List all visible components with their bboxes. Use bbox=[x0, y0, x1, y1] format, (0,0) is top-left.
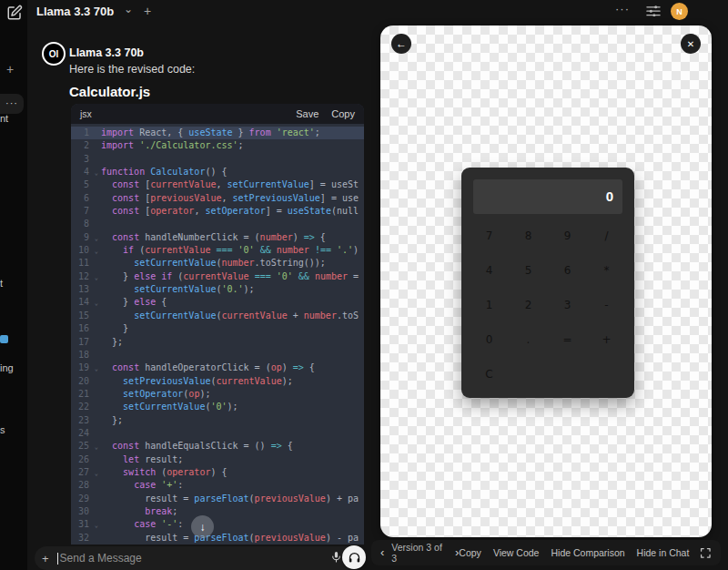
code-line: 9⌄ const handleNumberClick = (number) =>… bbox=[71, 231, 364, 244]
code-line: 15 setCurrentValue(currentValue + number… bbox=[71, 310, 364, 322]
code-block-header: jsx Save Copy bbox=[71, 104, 364, 124]
calc-key-3[interactable]: 3 bbox=[548, 288, 587, 322]
more-options-icon[interactable]: ··· bbox=[615, 2, 630, 15]
code-line: 5 const [currentValue, setCurrentValue] … bbox=[71, 178, 364, 191]
code-line: 3 bbox=[71, 153, 364, 166]
model-selector[interactable]: Llama 3.3 70b bbox=[36, 5, 114, 18]
calc-key-empty bbox=[509, 357, 548, 392]
preview-actions: CopyView CodeHide ComparisonHide in Chat bbox=[459, 547, 689, 558]
code-lines: 1import React, { useState } from 'react'… bbox=[71, 124, 364, 545]
calculator-widget: 0 789/456*123-0.=+C bbox=[461, 168, 634, 398]
code-line: 32 result = parseFloat(previousValue) - … bbox=[71, 532, 364, 545]
text-caret bbox=[57, 553, 58, 565]
calc-key-0[interactable]: 0 bbox=[470, 322, 509, 357]
code-line: 31⌄ case '-': bbox=[71, 518, 364, 531]
code-line: 18 bbox=[71, 349, 364, 361]
preview-action-hide-comparison[interactable]: Hide Comparison bbox=[551, 547, 624, 558]
calc-keys: 789/456*123-0.=+C bbox=[470, 219, 626, 392]
code-line: 29 result = parseFloat(previousValue) + … bbox=[71, 493, 364, 505]
calc-key-empty bbox=[587, 357, 626, 392]
code-line: 21 setOperator(op); bbox=[71, 388, 364, 401]
code-line: 14⌄ } else { bbox=[71, 296, 364, 309]
chat-area: Ol Llama 3.3 70b Here is the revised cod… bbox=[27, 24, 364, 570]
calculator-display: 0 bbox=[473, 179, 622, 214]
code-line: 28 case '+': bbox=[71, 479, 364, 492]
top-bar: Llama 3.3 70b ⌄ + ··· N bbox=[27, 0, 728, 24]
code-line: 20 setPreviousValue(currentValue); bbox=[71, 375, 364, 388]
copy-button[interactable]: Copy bbox=[331, 108, 355, 119]
sidebar-item-fragment[interactable]: t bbox=[0, 278, 3, 289]
message-input[interactable]: Send a Message bbox=[60, 552, 330, 565]
calc-key-5[interactable]: 5 bbox=[509, 253, 548, 288]
code-line: 27⌄ switch (operator) { bbox=[71, 466, 364, 479]
user-avatar[interactable]: N bbox=[671, 3, 688, 20]
sidebar-item-fragment[interactable]: ing bbox=[0, 362, 14, 373]
code-line: 2import './Calculator.css'; bbox=[71, 139, 364, 152]
preview-panel: ← ✕ 0 789/456*123-0.=+C ‹ Version 3 of 3… bbox=[364, 24, 728, 570]
assistant-message: Here is the revised code: bbox=[69, 63, 195, 76]
sidebar-blue-icon[interactable] bbox=[0, 335, 8, 343]
compose-icon[interactable] bbox=[6, 5, 23, 21]
preview-action-view-code[interactable]: View Code bbox=[493, 547, 540, 558]
code-line: 4⌄function Calculator() { bbox=[71, 166, 364, 178]
code-line: 25⌄ const handleEqualsClick = () => { bbox=[71, 440, 364, 453]
calc-key-8[interactable]: 8 bbox=[509, 219, 548, 253]
code-line: 22 setCurrentValue('0'); bbox=[71, 401, 364, 413]
calc-key-+[interactable]: + bbox=[587, 322, 626, 357]
calc-key-9[interactable]: 9 bbox=[548, 219, 587, 253]
fullscreen-icon[interactable] bbox=[700, 547, 712, 559]
microphone-icon[interactable] bbox=[330, 551, 342, 565]
code-line: 8 bbox=[71, 218, 364, 230]
code-line: 30 break; bbox=[71, 505, 364, 518]
sidebar-item-fragment[interactable]: s bbox=[0, 424, 5, 435]
code-file-title: Calculator.js bbox=[69, 84, 150, 99]
version-navigator: ‹ Version 3 of 3 › bbox=[380, 542, 459, 564]
code-line: 16 } bbox=[71, 322, 364, 335]
code-block: jsx Save Copy 1import React, { useState … bbox=[71, 104, 364, 545]
settings-sliders-icon[interactable] bbox=[646, 5, 661, 18]
sidebar: + ··· nttings bbox=[0, 0, 27, 570]
new-tab-button[interactable]: + bbox=[144, 4, 151, 18]
calc-key-=[interactable]: = bbox=[548, 322, 587, 357]
calc-key-7[interactable]: 7 bbox=[470, 219, 509, 253]
chevron-down-icon[interactable]: ⌄ bbox=[124, 3, 133, 15]
calc-key-1[interactable]: 1 bbox=[470, 288, 509, 322]
code-line: 23 }; bbox=[71, 414, 364, 427]
save-button[interactable]: Save bbox=[296, 108, 318, 119]
voice-mode-button[interactable] bbox=[342, 545, 366, 569]
sidebar-item-fragment[interactable]: nt bbox=[0, 113, 8, 124]
scroll-to-bottom-button[interactable]: ↓ bbox=[191, 515, 214, 538]
assistant-name: Llama 3.3 70b bbox=[69, 46, 144, 59]
calc-key--[interactable]: - bbox=[587, 288, 626, 322]
calc-key-6[interactable]: 6 bbox=[548, 253, 587, 288]
close-button[interactable]: ✕ bbox=[681, 34, 701, 54]
code-line: 19⌄ const handleOperatorClick = (op) => … bbox=[71, 361, 364, 374]
preview-action-copy[interactable]: Copy bbox=[459, 547, 481, 558]
preview-action-hide-in-chat[interactable]: Hide in Chat bbox=[637, 547, 690, 558]
sidebar-more-icon[interactable]: ··· bbox=[0, 94, 24, 114]
version-label: Version 3 of 3 bbox=[391, 542, 448, 564]
code-language-label: jsx bbox=[80, 108, 283, 119]
code-line: 24 bbox=[71, 427, 364, 440]
back-button[interactable]: ← bbox=[391, 34, 411, 54]
calc-key-2[interactable]: 2 bbox=[509, 288, 548, 322]
code-line: 1import React, { useState } from 'react'… bbox=[71, 127, 364, 139]
calc-key-4[interactable]: 4 bbox=[470, 253, 509, 288]
app-window: + ··· nttings Llama 3.3 70b ⌄ + ··· N Ol… bbox=[0, 0, 728, 570]
preview-canvas: ← ✕ 0 789/456*123-0.=+C bbox=[380, 25, 712, 537]
code-line: 13 setCurrentValue('0.'); bbox=[71, 283, 364, 296]
preview-footer: ‹ Version 3 of 3 › CopyView CodeHide Com… bbox=[371, 540, 721, 565]
calc-key-/[interactable]: / bbox=[587, 219, 626, 253]
attach-icon[interactable]: + bbox=[42, 552, 49, 565]
code-line: 17 }; bbox=[71, 336, 364, 349]
previous-version-button[interactable]: ‹ bbox=[380, 548, 384, 557]
calc-key-*[interactable]: * bbox=[587, 253, 626, 288]
calc-key-C[interactable]: C bbox=[470, 357, 509, 392]
calc-key-empty bbox=[548, 357, 587, 392]
calc-key-dot[interactable]: . bbox=[509, 322, 548, 357]
code-line: 10⌄ if (currentValue === '0' && number !… bbox=[71, 244, 364, 257]
code-line: 12⌄ } else if (currentValue === '0' && n… bbox=[71, 270, 364, 283]
sidebar-add-icon[interactable]: + bbox=[6, 62, 14, 76]
code-line: 11 setCurrentValue(number.toString()); bbox=[71, 257, 364, 270]
message-composer[interactable]: + Send a Message bbox=[35, 546, 359, 570]
